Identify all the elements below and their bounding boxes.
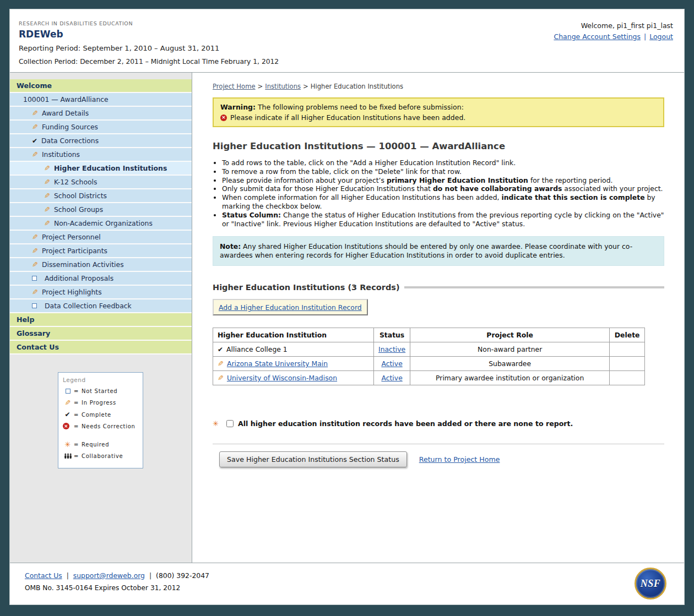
breadcrumb-current: Higher Education Institutions <box>311 83 403 90</box>
institution-name-link[interactable]: Arizona State University Main <box>227 359 328 368</box>
instruction-bullet: Status Column: Change the status of High… <box>222 211 664 228</box>
column-header-delete: Delete <box>610 328 645 342</box>
nsf-logo: NSF <box>635 568 666 599</box>
sidebar-item-label: Institutions <box>42 150 80 159</box>
pencil-icon: ✎ <box>44 192 50 199</box>
section-complete-row: ✳ All higher education institution recor… <box>213 419 664 428</box>
sidebar-item-non-academic-organizations[interactable]: ✎Non-Academic Organizations <box>10 217 192 231</box>
header: RESEARCH IN DISABILITIES EDUCATION RDEWe… <box>10 9 684 73</box>
footer-email-link[interactable]: support@rdeweb.org <box>73 571 145 580</box>
welcome-user: Welcome, pi1_first pi1_last <box>554 21 673 30</box>
breadcrumb-institutions[interactable]: Institutions <box>265 83 301 90</box>
save-section-status-button[interactable]: Save Higher Education Institutions Secti… <box>219 451 407 467</box>
collaborative-icon <box>63 453 73 459</box>
sidebar-item-higher-education-institutions[interactable]: ✎Higher Education Institutions <box>10 162 192 176</box>
legend-item-not-started: = Not Started <box>63 388 138 394</box>
warning-title: Warning: <box>220 103 256 111</box>
institutions-table: Higher Education Institution Status Proj… <box>213 328 645 385</box>
status-link[interactable]: Active <box>381 359 402 368</box>
note-box: Note: Any shared Higher Education Instit… <box>213 236 664 266</box>
reporting-period: Reporting Period: September 1, 2010 – Au… <box>19 44 279 52</box>
instruction-bullet: To add rows to the table, click on the "… <box>222 159 664 167</box>
sidebar-item-label: Award Details <box>42 109 89 117</box>
app-title: RDEWeb <box>19 29 279 40</box>
pencil-icon: ✎ <box>44 178 50 186</box>
check-icon: ✔ <box>32 138 37 144</box>
not-started-icon <box>66 389 71 394</box>
sidebar-item-label: Help <box>17 313 34 326</box>
project-role: Primary awardee institution or organizat… <box>410 371 610 385</box>
required-asterisk-icon: ✳ <box>213 420 219 427</box>
status-link[interactable]: Active <box>381 374 402 382</box>
footer-contact-link[interactable]: Contact Us <box>25 571 62 580</box>
legend: Legend = Not Started ✎ = In Progress ✔ =… <box>58 372 143 468</box>
legend-item-collaborative: = Collaborative <box>63 453 138 459</box>
instructions-list: To add rows to the table, click on the "… <box>213 159 664 228</box>
section-complete-checkbox[interactable] <box>226 420 234 427</box>
separator: | <box>67 571 69 580</box>
return-project-home-link[interactable]: Return to Project Home <box>419 455 500 464</box>
sidebar-item-data-corrections[interactable]: ✔Data Corrections <box>10 134 192 148</box>
sidebar-item-k12-schools[interactable]: ✎K-12 Schools <box>10 176 192 189</box>
logout-link[interactable]: Logout <box>649 32 673 41</box>
collection-period: Collection Period: December 2, 2011 – Mi… <box>19 58 279 66</box>
table-row: ✎Arizona State University Main Active Su… <box>213 357 645 371</box>
sidebar-item-funding-sources[interactable]: ✎Funding Sources <box>10 121 192 134</box>
breadcrumb: Project Home>Institutions>Higher Educati… <box>213 83 664 90</box>
column-header-status: Status <box>374 328 410 342</box>
sidebar-item-label: School Districts <box>54 192 107 200</box>
pencil-icon: ✎ <box>218 360 224 367</box>
note-label: Note: <box>220 242 241 250</box>
change-account-settings-link[interactable]: Change Account Settings <box>554 32 641 41</box>
table-header-row: Higher Education Institution Status Proj… <box>213 328 645 342</box>
instruction-bullet: Please provide information about your pr… <box>222 176 664 185</box>
separator: | <box>149 571 151 580</box>
sidebar-item-award-details[interactable]: ✎Award Details <box>10 107 192 121</box>
sidebar-item-additional-proposals[interactable]: Additional Proposals <box>10 272 192 286</box>
pencil-icon: ✎ <box>32 123 38 130</box>
add-record-link[interactable]: Add a Higher Education Institution Recor… <box>219 303 362 312</box>
sidebar-item-project-participants[interactable]: ✎Project Participants <box>10 244 192 258</box>
delete-cell <box>610 342 645 357</box>
main-content: Project Home>Institutions>Higher Educati… <box>192 73 684 563</box>
sidebar-item-help[interactable]: Help <box>10 313 192 327</box>
sidebar-item-school-groups[interactable]: ✎School Groups <box>10 203 192 217</box>
sidebar-item-school-districts[interactable]: ✎School Districts <box>10 189 192 203</box>
sidebar-item-label: School Groups <box>54 205 103 214</box>
warning-box: Warning: The following problems need to … <box>213 97 664 127</box>
sidebar-item-contact-us[interactable]: Contact Us <box>10 341 192 355</box>
status-link[interactable]: Inactive <box>378 345 405 353</box>
program-name: RESEARCH IN DISABILITIES EDUCATION <box>19 20 279 26</box>
institution-name-link[interactable]: University of Wisconsin-Madison <box>227 374 337 382</box>
header-branding: RESEARCH IN DISABILITIES EDUCATION RDEWe… <box>19 20 279 66</box>
sidebar-item-glossary[interactable]: Glossary <box>10 327 192 341</box>
actions-row: Save Higher Education Institutions Secti… <box>213 451 664 467</box>
pencil-icon: ✎ <box>64 399 71 406</box>
pencil-icon: ✎ <box>32 233 38 241</box>
sidebar-item-dissemination-activities[interactable]: ✎Dissemination Activities <box>10 258 192 272</box>
sidebar-item-institutions[interactable]: ✎Institutions <box>10 148 192 162</box>
sidebar: Welcome 100001 — AwardAlliance ✎Award De… <box>10 73 192 563</box>
section-rule <box>404 286 664 288</box>
breadcrumb-project-home[interactable]: Project Home <box>213 83 256 90</box>
sidebar-item-label: Additional Proposals <box>45 274 113 282</box>
sidebar-item-label: Glossary <box>17 326 50 340</box>
sidebar-item-label: Higher Education Institutions <box>54 164 167 172</box>
sidebar-item-project-personnel[interactable]: ✎Project Personnel <box>10 231 192 244</box>
warning-item: Please indicate if all Higher Education … <box>230 113 465 122</box>
sidebar-item-data-collection-feedback[interactable]: Data Collection Feedback <box>10 299 192 313</box>
add-record-button[interactable]: Add a Higher Education Institution Recor… <box>213 299 368 315</box>
sidebar-item-award[interactable]: 100001 — AwardAlliance <box>10 93 192 107</box>
sidebar-item-label: Dissemination Activities <box>42 260 124 269</box>
completion-label: All higher education institution records… <box>238 419 573 428</box>
column-header-project-role: Project Role <box>410 328 610 342</box>
legend-item-in-progress: ✎ = In Progress <box>63 399 138 406</box>
app-window: RESEARCH IN DISABILITIES EDUCATION RDEWe… <box>9 9 685 605</box>
sidebar-item-label: Project Participants <box>42 247 107 255</box>
sidebar-item-welcome[interactable]: Welcome <box>10 79 192 93</box>
column-header-institution: Higher Education Institution <box>213 328 374 342</box>
pencil-icon: ✎ <box>32 247 38 254</box>
sidebar-item-project-highlights[interactable]: ✎Project Highlights <box>10 286 192 299</box>
pencil-icon: ✎ <box>32 288 38 296</box>
sidebar-item-label: Contact Us <box>17 340 59 354</box>
